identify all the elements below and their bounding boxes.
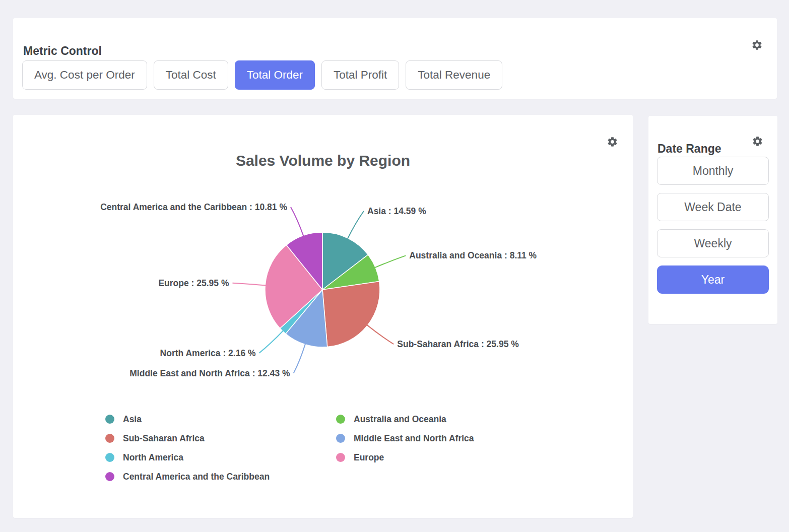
gear-icon[interactable] [751,39,763,51]
legend-item-sub-saharan-africa[interactable]: Sub-Saharan Africa [105,429,336,448]
sales-volume-chart-card: Sales Volume by Region Asia : 14.59 %Aus… [13,115,633,518]
metric-button-total-profit[interactable]: Total Profit [321,60,399,90]
legend-item-middle-east-and-north-africa[interactable]: Middle East and North Africa [336,429,474,448]
legend-swatch-icon [336,434,345,443]
callout-line-asia [348,211,364,239]
metric-button-total-order[interactable]: Total Order [235,60,315,90]
date-range-button-column: MonthlyWeek DateWeeklyYear [657,157,769,294]
legend-swatch-icon [105,434,114,443]
date-range-card: Date Range MonthlyWeek DateWeeklyYear [648,116,777,324]
callout-label-middle-east-and-north-africa: Middle East and North Africa : 12.43 % [129,368,290,378]
legend-item-central-america-and-the-caribbean[interactable]: Central America and the Caribbean [105,467,336,486]
metric-button-total-revenue[interactable]: Total Revenue [406,60,502,90]
legend-item-north-america[interactable]: North America [105,448,336,467]
legend-swatch-icon [105,415,114,424]
date-range-button-week-date[interactable]: Week Date [657,193,769,221]
callout-label-australia-and-oceania: Australia and Oceania : 8.11 % [409,250,537,260]
legend-item-australia-and-oceania[interactable]: Australia and Oceania [336,410,474,429]
date-range-button-year[interactable]: Year [657,265,769,294]
legend-label: Australia and Oceania [354,414,446,425]
callout-label-sub-saharan-africa: Sub-Saharan Africa : 25.95 % [397,339,519,349]
date-range-button-weekly[interactable]: Weekly [657,229,769,257]
legend-label: Europe [354,452,384,463]
callout-label-asia: Asia : 14.59 % [367,206,426,216]
callout-line-australia-and-oceania [375,255,406,268]
legend-label: Sub-Saharan Africa [123,433,205,444]
metric-control-title: Metric Control [23,44,102,58]
legend-swatch-icon [336,415,345,424]
gear-icon[interactable] [752,136,763,147]
metric-button-avg-cost-per-order[interactable]: Avg. Cost per Order [22,60,147,90]
callout-line-north-america [259,331,283,353]
callout-line-sub-saharan-africa [367,325,393,344]
legend-label: Asia [123,414,142,425]
metric-button-total-cost[interactable]: Total Cost [154,60,228,90]
callout-line-middle-east-and-north-africa [294,344,305,373]
legend-label: Middle East and North Africa [354,433,474,444]
callout-label-north-america: North America : 2.16 % [160,348,256,358]
metric-button-row: Avg. Cost per OrderTotal CostTotal Order… [22,60,502,90]
legend-swatch-icon [105,453,114,462]
callout-line-europe [233,283,266,286]
callout-label-europe: Europe : 25.95 % [158,278,229,288]
metric-control-card: Metric Control Avg. Cost per OrderTotal … [13,18,777,99]
legend-swatch-icon [105,472,114,481]
legend-label: Central America and the Caribbean [123,472,270,482]
pie-slice-sub-saharan-africa[interactable] [322,282,380,347]
legend-item-europe[interactable]: Europe [336,448,474,467]
chart-legend: AsiaAustralia and OceaniaSub-Saharan Afr… [105,410,474,486]
callout-line-central-america-and-the-caribbean [291,207,303,236]
legend-swatch-icon [336,453,345,462]
legend-label: North America [123,452,183,463]
date-range-button-monthly[interactable]: Monthly [657,157,769,185]
date-range-title: Date Range [658,142,721,156]
callout-label-central-america-and-the-caribbean: Central America and the Caribbean : 10.8… [100,202,287,212]
legend-item-asia[interactable]: Asia [105,410,336,429]
